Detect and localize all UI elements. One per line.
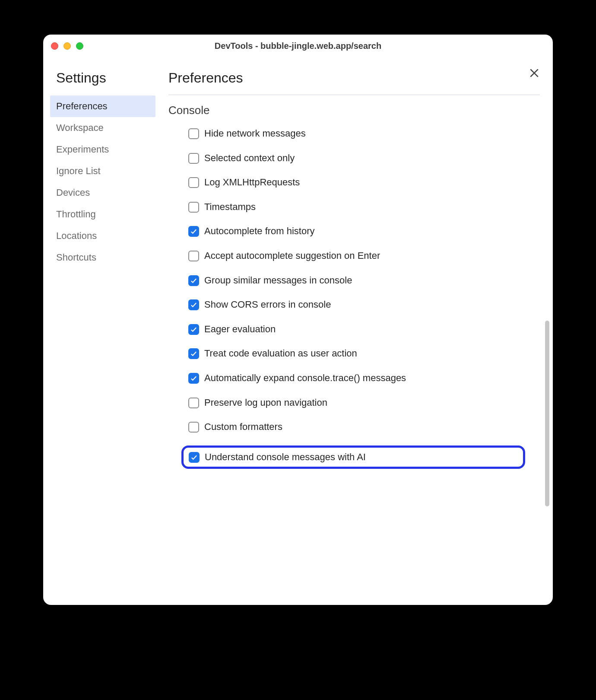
panel-divider [168,95,540,95]
sidebar-item-label: Throttling [56,209,96,220]
option-row: Automatically expand console.trace() mes… [188,372,518,385]
sidebar-item-label: Shortcuts [56,252,96,263]
option-label: Autocomplete from history [204,225,315,238]
option-row: Timestamps [188,201,518,213]
preferences-panel: Preferences Console Hide network message… [155,57,553,605]
option-row: Hide network messages [188,127,518,140]
option-checkbox[interactable] [188,398,199,408]
option-label: Automatically expand console.trace() mes… [204,372,406,385]
option-label: Selected context only [204,152,295,165]
option-label: Preserve log upon navigation [204,397,327,409]
minimize-window-button[interactable] [63,42,71,50]
option-checkbox[interactable] [188,324,199,335]
scrollbar-thumb[interactable] [545,321,549,506]
option-row: Log XMLHttpRequests [188,176,518,189]
content-area: Settings PreferencesWorkspaceExperiments… [43,57,553,605]
check-icon [190,454,198,461]
option-row: Custom formatters [188,421,518,433]
console-options-list: Hide network messagesSelected context on… [168,127,540,469]
option-checkbox[interactable] [188,373,199,384]
option-checkbox[interactable] [188,251,199,261]
close-panel-button[interactable] [529,67,540,80]
sidebar-item-label: Locations [56,230,97,241]
check-icon [190,375,197,382]
option-checkbox[interactable] [188,299,199,310]
check-icon [190,301,197,309]
option-label: Hide network messages [204,127,306,140]
settings-sidebar: Settings PreferencesWorkspaceExperiments… [43,57,155,605]
titlebar: DevTools - bubble-jingle.web.app/search [43,35,553,57]
option-checkbox[interactable] [188,422,199,433]
sidebar-item-label: Devices [56,187,90,198]
option-row: Eager evaluation [188,323,518,336]
sidebar-item-ignore-list[interactable]: Ignore List [50,160,155,182]
sidebar-item-throttling[interactable]: Throttling [50,204,155,225]
sidebar-item-shortcuts[interactable]: Shortcuts [50,247,155,268]
option-label: Understand console messages with AI [205,451,366,464]
check-icon [190,228,197,235]
option-label: Log XMLHttpRequests [204,176,300,189]
option-checkbox[interactable] [188,153,199,164]
option-row: Show CORS errors in console [188,299,518,311]
sidebar-item-experiments[interactable]: Experiments [50,139,155,160]
option-checkbox[interactable] [188,177,199,188]
check-icon [190,326,197,333]
sidebar-item-label: Experiments [56,144,109,155]
option-row: Accept autocomplete suggestion on Enter [188,250,518,262]
sidebar-title: Settings [50,70,155,86]
sidebar-item-preferences[interactable]: Preferences [50,95,155,117]
option-checkbox[interactable] [188,348,199,359]
option-label: Eager evaluation [204,323,276,336]
section-header-console: Console [168,104,540,117]
sidebar-item-devices[interactable]: Devices [50,182,155,204]
option-checkbox[interactable] [188,128,199,139]
traffic-lights [51,42,83,50]
close-icon [529,67,540,79]
option-row: Preserve log upon navigation [188,397,518,409]
option-label: Treat code evaluation as user action [204,347,357,360]
option-label: Custom formatters [204,421,282,433]
option-checkbox[interactable] [189,452,200,463]
sidebar-item-workspace[interactable]: Workspace [50,117,155,139]
option-row: Understand console messages with AI [181,445,525,469]
check-icon [190,277,197,284]
sidebar-item-label: Ignore List [56,165,101,176]
option-checkbox[interactable] [188,226,199,237]
option-label: Accept autocomplete suggestion on Enter [204,250,380,262]
sidebar-item-locations[interactable]: Locations [50,225,155,247]
sidebar-item-label: Workspace [56,122,104,133]
option-label: Show CORS errors in console [204,299,331,311]
fullscreen-window-button[interactable] [76,42,83,50]
option-row: Treat code evaluation as user action [188,347,518,360]
close-window-button[interactable] [51,42,58,50]
option-row: Autocomplete from history [188,225,518,238]
window-title: DevTools - bubble-jingle.web.app/search [43,41,553,51]
option-row: Selected context only [188,152,518,165]
devtools-window: DevTools - bubble-jingle.web.app/search … [43,35,553,605]
option-checkbox[interactable] [188,202,199,213]
option-row: Group similar messages in console [188,274,518,287]
option-checkbox[interactable] [188,275,199,286]
option-label: Timestamps [204,201,256,213]
option-label: Group similar messages in console [204,274,352,287]
sidebar-item-label: Preferences [56,101,108,111]
scrollbar-track[interactable] [545,109,549,605]
panel-title: Preferences [168,70,540,86]
check-icon [190,350,197,357]
